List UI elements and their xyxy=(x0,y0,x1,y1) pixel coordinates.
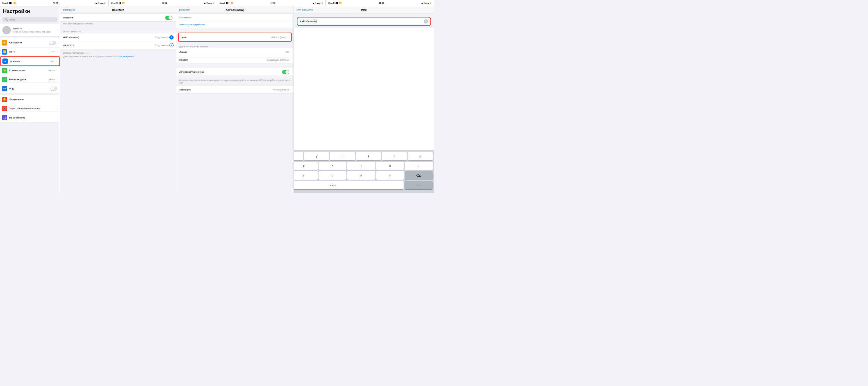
left-tap-value: Siri xyxy=(285,51,289,53)
notifications-section: 🔔 Уведомления › 🔊 Звуки, тактильные сигн… xyxy=(0,95,60,122)
bluetooth-value: Вкл. xyxy=(50,60,55,63)
space-key[interactable]: space xyxy=(294,181,404,189)
airpods-nav: Bluetooth AirPods (www) xyxy=(176,6,293,14)
right-tap-row[interactable]: Правый Следующая дорожка › xyxy=(176,56,293,64)
status-bar-4: lifecell ▌▌▌ 📶 12:35 ◈ ♡ 49% 🔋 xyxy=(326,0,434,6)
airpods-device-row[interactable]: AirPods (www) Подключено i xyxy=(60,33,176,41)
keyboard-row-1: q w e r t y u i o p xyxy=(294,152,433,160)
signal-3: ▌▌▌ xyxy=(226,2,230,4)
wifi-icon: 📶 xyxy=(2,49,7,55)
bluetooth-nav-title: Bluetooth xyxy=(112,8,124,11)
signal-2: ▌▌▌ xyxy=(118,2,121,4)
key-n[interactable]: n xyxy=(347,171,375,180)
clear-input-button[interactable]: ✕ xyxy=(424,19,428,24)
sidebar-item-sounds[interactable]: 🔊 Звуки, тактильные сигналы › xyxy=(0,104,60,113)
bluetooth-toggle[interactable] xyxy=(165,16,173,20)
profile-name: •••••••••• xyxy=(13,27,57,30)
disconnect-button[interactable]: Отключить xyxy=(176,14,293,21)
miband-label: Mi Band 2 xyxy=(63,44,156,47)
mic-row[interactable]: Микрофон Автоматически › xyxy=(176,86,293,94)
key-l[interactable]: l xyxy=(405,161,433,170)
name-input-box[interactable]: AirPods (www) ✕ xyxy=(297,17,431,26)
left-tap-row[interactable]: Левый Siri › xyxy=(176,48,293,56)
sidebar-item-airplane[interactable]: ✈ Авиарежим xyxy=(0,38,60,47)
bluetooth-toggle-row[interactable]: Bluetooth xyxy=(60,14,176,22)
battery-icons-3: ◈ ♡ 49% 🔋 xyxy=(313,2,323,4)
miband-status: Подключено xyxy=(156,44,168,47)
bluetooth-chevron: › xyxy=(56,60,57,63)
done-key[interactable]: Done xyxy=(404,181,433,189)
search-placeholder: Поиск xyxy=(9,19,16,21)
mic-label: Микрофон xyxy=(179,88,273,91)
signal-4: ▌▌▌ xyxy=(335,2,338,4)
profile-item[interactable]: •••••••••• Apple ID, iCloud, iTunes Stor… xyxy=(0,24,60,36)
sidebar-item-bluetooth[interactable]: ✦ Bluetooth Вкл. › xyxy=(0,56,60,66)
wifi-chevron: › xyxy=(57,50,58,53)
key-j[interactable]: j xyxy=(347,161,375,170)
my-devices-header: МОИ УСТРОЙСТВА xyxy=(60,28,176,33)
bluetooth-icon: ✦ xyxy=(2,59,8,64)
key-t[interactable]: t xyxy=(294,152,303,160)
key-i[interactable]: i xyxy=(356,152,381,160)
miband-info-button[interactable]: i xyxy=(169,43,174,47)
auto-ear-section: Автообнаружение уха xyxy=(176,68,293,76)
cellular-value: Выкл. xyxy=(50,69,56,72)
name-input-text: AirPods (www) xyxy=(300,20,424,23)
key-u[interactable]: u xyxy=(330,152,355,160)
wifi-2: 📶 xyxy=(122,2,124,4)
airplane-toggle[interactable] xyxy=(49,41,56,45)
key-h[interactable]: h xyxy=(318,161,347,170)
airpods-status: Подключено xyxy=(156,36,168,38)
sidebar-item-notifications[interactable]: 🔔 Уведомления › xyxy=(0,95,60,104)
key-g[interactable]: g xyxy=(294,161,318,170)
panel-title: Настройки xyxy=(0,6,60,16)
auto-ear-row[interactable]: Автообнаружение уха xyxy=(176,68,293,76)
auto-ear-toggle[interactable] xyxy=(282,70,289,74)
sidebar-item-wifi[interactable]: 📶 Wi-Fi •••••• › xyxy=(0,47,60,56)
search-bar[interactable]: 🔍 Поиск xyxy=(2,17,58,22)
avatar xyxy=(2,26,11,34)
name-edit-nav-title: Имя xyxy=(361,8,367,11)
key-p[interactable]: p xyxy=(408,152,433,160)
bluetooth-label: Bluetooth xyxy=(10,60,50,63)
settings-panel: Настройки 🔍 Поиск •••••••••• Apple ID, i… xyxy=(0,6,60,193)
vpn-label: VPN xyxy=(9,87,50,90)
name-edit-back-button[interactable]: AirPods (www) xyxy=(296,8,313,12)
name-row[interactable]: Имя AirPods (www) › xyxy=(179,33,291,41)
sidebar-item-cellular[interactable]: 📶 Сотовая связь Выкл. › xyxy=(0,66,60,75)
name-edit-nav: AirPods (www) Имя xyxy=(294,6,434,14)
name-row-container: Имя AirPods (www) › xyxy=(178,31,292,43)
delete-key[interactable]: ⌫ xyxy=(405,171,433,180)
spacer xyxy=(176,66,293,68)
profile-section: •••••••••• Apple ID, iCloud, iTunes Stor… xyxy=(0,24,60,36)
watch-app-link[interactable]: программу Watch xyxy=(118,56,134,58)
sidebar-item-dnd[interactable]: 🌙 Не беспокоить › xyxy=(0,113,60,122)
mic-section: Микрофон Автоматически › xyxy=(176,86,293,94)
key-v[interactable]: v xyxy=(294,171,318,180)
double-tap-header: ДВОЙНОЕ КАСАНИЕ AIRPODS xyxy=(176,44,293,48)
battery-icons-4: ◈ ♡ 49% 🔋 xyxy=(421,2,432,4)
battery-icons-1: ◈ ♡ 49% 🔋 xyxy=(96,2,106,4)
miband-device-row[interactable]: Mi Band 2 Подключено i xyxy=(60,41,176,49)
wifi-value: •••••• xyxy=(51,50,56,53)
key-m[interactable]: m xyxy=(376,171,404,180)
sidebar-item-vpn[interactable]: VPN VPN xyxy=(0,84,60,93)
status-bar-2: lifecell ▌▌▌ 📶 12:35 ◈ ♡ 49% 🔋 xyxy=(108,0,217,6)
airpods-info-button[interactable]: i xyxy=(169,35,174,39)
my-devices-section: AirPods (www) Подключено i Mi Band 2 Под… xyxy=(60,33,176,49)
key-o[interactable]: o xyxy=(382,152,407,160)
hotspot-icon: 🔗 xyxy=(2,77,7,82)
forget-device-button[interactable]: Забыть это устройство xyxy=(176,21,293,28)
notifications-chevron: › xyxy=(57,98,58,101)
bluetooth-discovery-note: Имя при обнаружении: «iPhone». xyxy=(60,22,176,27)
bluetooth-back-button[interactable]: Настройки xyxy=(63,8,75,12)
airpods-back-button[interactable]: Bluetooth xyxy=(179,8,190,12)
name-value: AirPods (www) xyxy=(271,36,286,38)
carrier-4: lifecell xyxy=(328,2,334,4)
key-y[interactable]: y xyxy=(304,152,329,160)
sidebar-item-hotspot[interactable]: 🔗 Режим модема Выкл. › xyxy=(0,75,60,84)
cellular-chevron: › xyxy=(57,69,58,72)
key-k[interactable]: k xyxy=(376,161,404,170)
vpn-toggle[interactable] xyxy=(50,87,58,91)
key-b[interactable]: b xyxy=(318,171,347,180)
